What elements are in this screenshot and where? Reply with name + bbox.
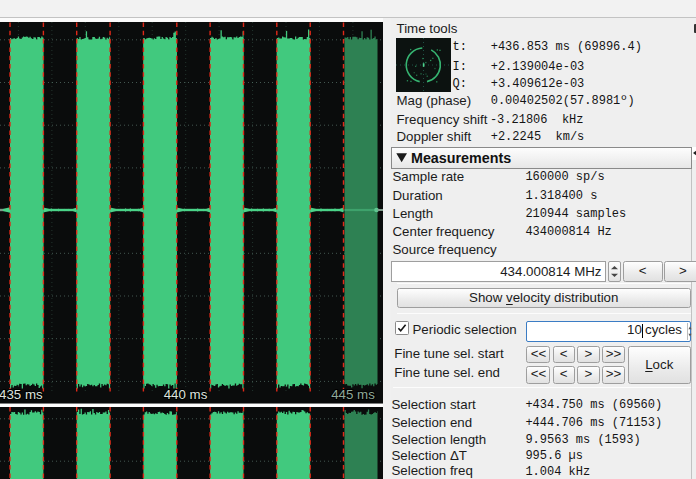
svg-text:445 ms: 445 ms	[331, 387, 375, 402]
svg-text:435 ms: 435 ms	[0, 387, 43, 402]
svg-text:440 ms: 440 ms	[164, 387, 208, 402]
